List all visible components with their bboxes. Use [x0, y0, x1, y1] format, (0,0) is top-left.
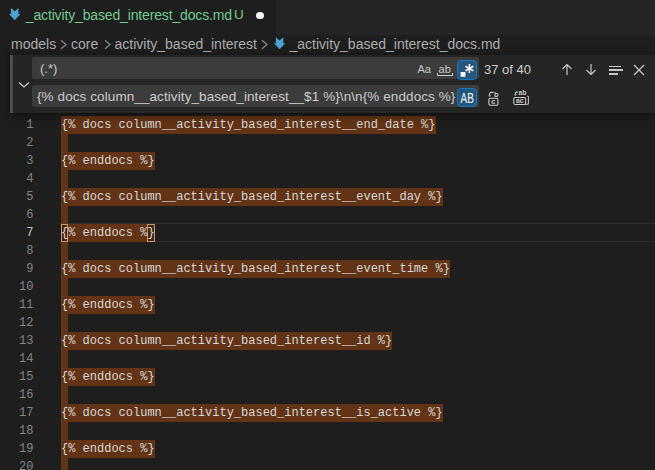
svg-text:AB: AB [460, 89, 473, 105]
svg-text:ac: ac [515, 97, 523, 104]
svg-text:c: c [491, 97, 495, 106]
svg-text:ab: ab [518, 90, 526, 96]
